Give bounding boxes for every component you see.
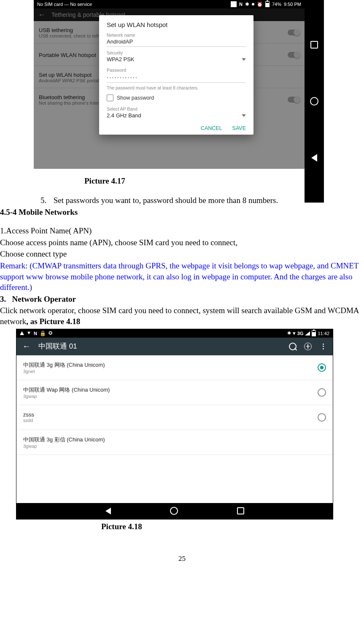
system-nav-bar [16,503,333,519]
checkbox-icon[interactable] [107,95,113,101]
network-operator-heading: 3. Network Operator [0,294,364,305]
apn-item-zsss[interactable]: zsss ssdd [16,405,333,430]
clock-text: 9:50 PM [284,2,301,7]
warning-icon: ▲ [27,331,31,336]
apn-subtitle: 3gwap [23,444,105,449]
figure-4-18: ▲ N 🔒 ✪ ✱ ▾ 3G 11:42 ← 中国联通 01 [16,329,333,519]
apn-subtitle: 3gnet [23,369,105,374]
apn-item-mms[interactable]: 中国联通 3g 彩信 (China Unicom) 3gwap [16,430,333,455]
bluetooth-icon: ✱ [245,1,249,7]
netop-number: 3. [0,295,6,303]
password-value: ············ [107,73,138,81]
apn-title: 中国联通 Wap 网络 (China Unicom) [23,386,110,394]
home-icon[interactable] [310,97,318,106]
n-icon: N [34,331,37,336]
toolbar-title: 中国联通 01 [38,341,77,351]
back-nav-icon[interactable] [105,508,111,514]
network-name-input[interactable]: AndroidAP [107,38,246,47]
apn-title: 中国联通 3g 彩信 (China Unicom) [23,436,105,444]
hotspot-dialog: Set up WLAN hotspot Network name Android… [99,15,253,135]
ap-band-dropdown[interactable]: 2.4 GHz Band [107,111,246,120]
netop-title: Network Operator [12,295,76,303]
bluetooth-icon: ✱ [287,330,291,336]
chevron-down-icon [242,58,246,61]
figure-caption-418: Picture 4.18 [101,522,364,531]
apn-subtitle: 3gwap [23,394,110,399]
apn-title: 中国联通 3g 网络 (China Unicom) [23,361,105,369]
add-icon[interactable] [304,343,312,350]
apn-heading: 1.Access Point Name( APN) [0,225,364,236]
apn-item-3gwap[interactable]: 中国联通 Wap 网络 (China Unicom) 3gwap [16,380,333,405]
dnd-icon [252,3,254,5]
apn-line1: Choose access points name (APN), choose … [0,237,364,248]
radio-unselected-icon[interactable] [318,413,326,422]
fig1-screen: No SIM card — No service N ✱ ⏰ 74% 9:50 … [34,0,305,169]
search-icon[interactable] [289,343,297,350]
apn-item-3gnet[interactable]: 中国联通 3g 网络 (China Unicom) 3gnet [16,355,333,380]
app-toolbar: ← 中国联通 01 [16,338,333,355]
password-label: Password [107,68,246,73]
ap-band-value: 2.4 GHz Band [107,112,141,119]
battery-icon [265,1,270,7]
battery-percent: 74% [272,2,281,7]
home-icon[interactable] [170,507,178,515]
network-name-value: AndroidAP [107,38,133,45]
password-input[interactable]: ············ [107,73,246,83]
notification-icon [231,1,237,7]
apn-subtitle: ssdd [23,418,34,423]
step-5-text: Set passwords you want to, password shou… [54,196,278,205]
back-nav-icon[interactable] [311,154,317,162]
apn-line2: Choose connect type [0,249,364,260]
security-dropdown[interactable]: WPA2 PSK [107,55,246,64]
debug-icon [20,331,24,335]
recent-apps-icon[interactable] [310,41,318,49]
clock-text: 11:42 [318,331,329,336]
step-number: 5. [40,196,51,205]
chevron-down-icon [242,114,246,117]
network-name-label: Network name [107,32,246,38]
dialog-title: Set up WLAN hotspot [107,21,246,28]
overflow-menu-icon[interactable] [319,343,327,350]
remark-text: Remark: (CMWAP transmitters data through… [0,260,364,293]
figure-caption-417: Picture 4.17 [84,176,169,186]
n-icon: N [239,2,243,7]
save-button[interactable]: SAVE [232,125,246,131]
ap-band-label: Select AP Band [107,106,246,111]
status-bar: ▲ N 🔒 ✪ ✱ ▾ 3G 11:42 [16,329,333,338]
show-password-label: Show password [117,95,154,101]
apn-title: zsss [23,411,34,418]
lock-icon: 🔒 [40,330,46,336]
alarm-icon: ⏰ [257,2,263,7]
apn-list: 中国联通 3g 网络 (China Unicom) 3gnet 中国联通 Wap… [16,355,333,455]
section-454-heading: 4.5-4 Mobile Networks [0,208,364,217]
radio-unselected-icon[interactable] [318,388,326,397]
security-value: WPA2 PSK [107,56,135,62]
password-hint: The password must have at least 8 charac… [107,85,246,90]
status-bar: No SIM card — No service N ✱ ⏰ 74% 9:50 … [34,0,305,8]
battery-icon [312,330,316,336]
radio-selected-icon[interactable] [318,363,326,372]
show-password-row[interactable]: Show password [107,95,246,101]
recent-apps-icon[interactable] [237,507,244,514]
security-label: Security [107,50,246,55]
netop-ref: , as Picture 4.18 [26,317,80,326]
sim-status-text: No SIM card — No service [37,2,92,7]
system-nav-bar [305,0,324,203]
figure-4-17: No SIM card — No service N ✱ ⏰ 74% 9:50 … [34,0,324,169]
wifi-icon: ▾ [293,330,296,336]
key-icon: ✪ [49,330,52,336]
network-type: 3G [297,331,304,336]
page-number: 25 [0,555,364,563]
cancel-button[interactable]: CANCEL [201,125,222,131]
network-operator-paragraph: Click network operator, choose SIM card … [0,305,364,327]
signal-icon [305,331,310,335]
back-icon[interactable]: ← [22,341,31,351]
